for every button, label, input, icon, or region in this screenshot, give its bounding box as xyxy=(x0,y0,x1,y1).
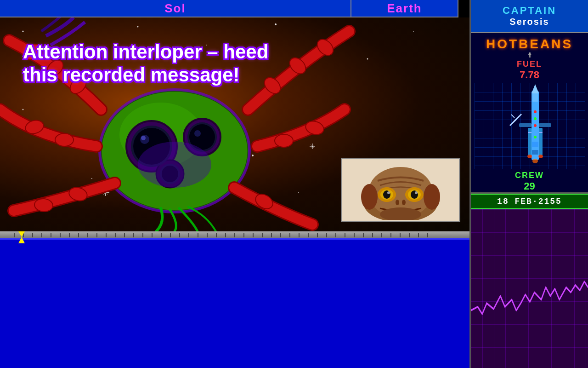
chart-section xyxy=(471,209,588,368)
chart-line xyxy=(471,209,588,368)
nav-sol-tab[interactable]: Sol xyxy=(0,0,351,17)
svg-rect-85 xyxy=(539,123,551,127)
svg-point-79 xyxy=(534,110,537,113)
svg-point-43 xyxy=(55,133,74,146)
svg-point-81 xyxy=(534,124,537,127)
svg-point-61 xyxy=(415,191,418,194)
svg-line-88 xyxy=(510,119,517,126)
svg-point-82 xyxy=(534,136,537,138)
captain-section: CAPTAIN Serosis xyxy=(471,0,588,33)
ship-diagram xyxy=(475,83,585,168)
captain-label: CAPTAIN xyxy=(503,5,556,17)
svg-line-89 xyxy=(511,115,514,118)
portrait-alien-svg xyxy=(355,160,447,220)
svg-rect-84 xyxy=(519,123,531,127)
nav-earth-tab[interactable]: Earth xyxy=(351,0,458,17)
dialog-area[interactable] xyxy=(0,238,469,368)
svg-point-60 xyxy=(387,191,390,194)
svg-rect-90 xyxy=(532,142,538,147)
ship-info-section: HOTBEANS FUEL 7.78 xyxy=(471,33,588,194)
svg-point-63 xyxy=(361,184,378,210)
main-area: Attention interloper – heed this recorde… xyxy=(0,17,469,368)
fuel-label: FUEL xyxy=(517,59,542,69)
captain-name: Serosis xyxy=(509,17,549,27)
crew-display: CREW 29 xyxy=(515,171,544,192)
svg-point-78 xyxy=(532,159,538,163)
fuel-display: FUEL 7.78 xyxy=(517,59,542,81)
crew-label: CREW xyxy=(515,171,544,180)
date-bar: 18 FEB·2155 xyxy=(471,194,588,209)
svg-point-31 xyxy=(141,136,146,140)
scene-area: Attention interloper – heed this recorde… xyxy=(0,17,469,231)
svg-point-77 xyxy=(538,155,543,158)
ship-name: HOTBEANS xyxy=(486,37,573,52)
crew-value: 29 xyxy=(524,180,535,192)
ship-schematic xyxy=(494,82,577,169)
timeline-marker xyxy=(18,231,25,243)
svg-marker-72 xyxy=(531,84,539,93)
svg-point-34 xyxy=(194,130,201,137)
svg-marker-68 xyxy=(528,52,531,55)
svg-point-50 xyxy=(138,142,211,188)
right-panel: CAPTAIN Serosis HOTBEANS FUEL 7.78 xyxy=(469,0,588,368)
character-portrait xyxy=(341,158,460,222)
date-text: 18 FEB·2155 xyxy=(497,197,562,206)
svg-point-80 xyxy=(534,117,537,120)
svg-point-64 xyxy=(424,184,440,210)
svg-rect-73 xyxy=(532,93,538,102)
svg-rect-91 xyxy=(532,150,538,155)
earth-label: Earth xyxy=(387,1,422,16)
svg-point-66 xyxy=(402,200,406,205)
svg-point-76 xyxy=(527,155,532,158)
ship-small-icon xyxy=(525,52,534,58)
svg-point-65 xyxy=(396,200,399,205)
svg-point-45 xyxy=(275,134,293,147)
timeline-bar xyxy=(0,231,469,238)
message-text: Attention interloper – heed this recorde… xyxy=(23,40,268,87)
fuel-value: 7.78 xyxy=(520,69,539,81)
sol-label: Sol xyxy=(164,1,186,16)
